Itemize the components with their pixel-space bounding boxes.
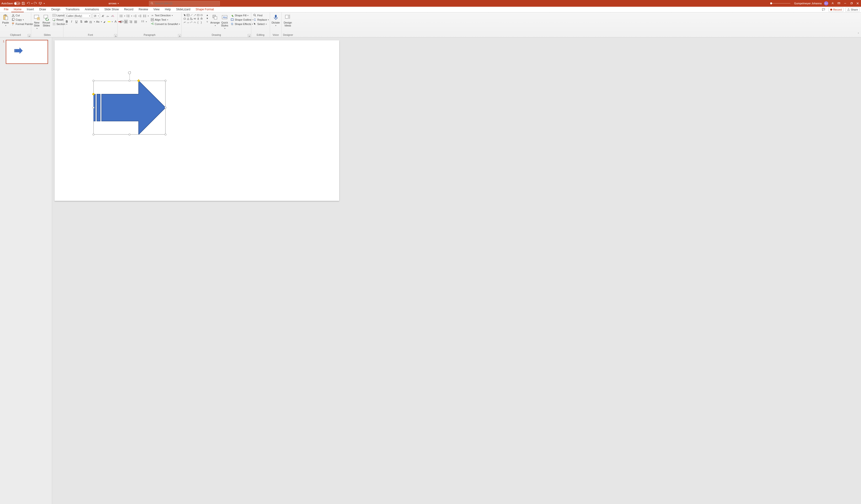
tab-review[interactable]: Review [136, 7, 150, 12]
ribbon-mode-slider[interactable] [771, 3, 790, 4]
tab-design[interactable]: Design [49, 7, 63, 12]
redo-icon[interactable] [34, 2, 37, 5]
find-button[interactable]: Find [253, 13, 263, 17]
shape-star-icon[interactable] [200, 17, 203, 21]
tab-transitions[interactable]: Transitions [63, 7, 82, 12]
shape-cursor-icon[interactable] [183, 13, 187, 17]
qat-customize-icon[interactable]: ▾ [44, 2, 45, 4]
arrange-button[interactable]: Arrange▾ [211, 13, 219, 27]
align-text-button[interactable]: Align Text▾ [150, 18, 180, 22]
search-box[interactable] [149, 1, 220, 6]
design-ideas-button[interactable]: ✦ Design Ideas [283, 13, 292, 27]
record-button[interactable]: Record [829, 8, 843, 12]
dictate-dropdown-icon[interactable]: ▾ [275, 25, 276, 27]
shape-freeform-icon[interactable] [183, 21, 187, 24]
resize-handle-top-right[interactable] [165, 80, 166, 82]
increase-indent-icon[interactable] [138, 14, 142, 18]
comments-icon[interactable] [820, 8, 826, 12]
text-direction-button[interactable]: ↕AText Direction▾ [150, 13, 180, 17]
resize-handle-middle-left[interactable] [93, 107, 94, 109]
tab-slidelizard[interactable]: SlideLizard [174, 7, 193, 12]
collapse-ribbon-icon[interactable]: ˄ [858, 32, 859, 36]
italic-icon[interactable]: I [70, 20, 73, 24]
resize-handle-top-left[interactable] [93, 80, 94, 82]
paste-button[interactable]: Paste ▾ [1, 13, 10, 27]
numbering-icon[interactable]: 123 [126, 14, 130, 18]
character-spacing-icon[interactable]: AV [89, 20, 93, 24]
user-avatar[interactable]: GJ [824, 1, 828, 5]
new-slide-button[interactable]: ✦ New Slide ▾ [33, 13, 41, 30]
drawing-dialog-launcher[interactable] [248, 34, 250, 37]
autosave-switch[interactable]: Off [14, 2, 20, 5]
shape-arc-icon[interactable] [190, 21, 193, 24]
text-direction-dropdown-icon[interactable]: ▾ [172, 14, 173, 17]
tab-view[interactable]: View [151, 7, 162, 12]
change-case-dropdown-icon[interactable]: ▾ [101, 21, 102, 23]
align-right-icon[interactable] [129, 20, 133, 24]
rotation-handle-icon[interactable] [128, 71, 131, 74]
gallery-scroll-down-icon[interactable]: ▾ [207, 17, 209, 20]
align-left-icon[interactable] [119, 20, 123, 24]
shape-arrow-down-icon[interactable] [196, 17, 200, 21]
resize-handle-top-middle[interactable] [128, 80, 131, 82]
paste-dropdown-icon[interactable]: ▾ [5, 25, 6, 27]
increase-font-icon[interactable]: A▴ [101, 14, 105, 18]
decrease-indent-icon[interactable] [133, 14, 137, 18]
quick-styles-button[interactable]: Abc Quick Styles▾ [220, 13, 229, 30]
undo-icon[interactable] [26, 2, 30, 5]
gallery-more-icon[interactable]: ▿ [207, 20, 209, 23]
justify-icon[interactable] [134, 20, 137, 24]
tab-draw[interactable]: Draw [37, 7, 48, 12]
present-from-beginning-icon[interactable] [39, 2, 42, 5]
bullets-icon[interactable] [119, 14, 123, 18]
shape-fill-dropdown-icon[interactable]: ▾ [247, 14, 248, 17]
undo-dropdown-icon[interactable]: ▾ [31, 2, 32, 4]
strikethrough-icon[interactable]: ab [84, 20, 88, 24]
close-icon[interactable] [856, 1, 860, 5]
shape-rounded-rect-icon[interactable] [183, 17, 187, 21]
numbering-dropdown-icon[interactable]: ▾ [131, 15, 132, 17]
new-slide-dropdown-icon[interactable]: ▾ [37, 27, 38, 29]
paragraph-dialog-launcher[interactable] [178, 34, 181, 37]
slide-1[interactable] [55, 40, 339, 201]
decrease-font-icon[interactable]: A▾ [106, 14, 110, 18]
coming-soon-icon[interactable] [831, 1, 835, 5]
reuse-slides-button[interactable]: Reuse Slides [42, 13, 51, 27]
shape-curve-icon[interactable] [193, 21, 196, 24]
select-dropdown-icon[interactable]: ▾ [266, 23, 266, 25]
gallery-scroll-up-icon[interactable]: ▴ [207, 13, 209, 17]
line-spacing-icon[interactable] [143, 14, 147, 18]
highlight-dropdown-icon[interactable]: ▾ [112, 21, 113, 23]
shape-oval-icon[interactable] [200, 13, 203, 17]
change-case-icon[interactable]: Aa [96, 20, 100, 24]
smartart-dropdown-icon[interactable]: ▾ [179, 23, 180, 25]
replace-dropdown-icon[interactable]: ▾ [268, 19, 269, 21]
copy-button[interactable]: Copy▾ [11, 18, 33, 22]
clipboard-dialog-launcher[interactable] [28, 34, 30, 37]
convert-smartart-button[interactable]: Convert to SmartArt▾ [150, 22, 180, 26]
font-dialog-launcher[interactable] [114, 34, 117, 37]
align-center-icon[interactable] [124, 20, 128, 24]
clear-formatting-icon[interactable]: A [110, 14, 114, 18]
slide-canvas-area[interactable] [52, 38, 861, 504]
tab-insert[interactable]: Insert [24, 7, 36, 12]
shape-effects-button[interactable]: Shape Effects▾ [230, 22, 254, 26]
shape-line-icon[interactable] [190, 13, 193, 17]
font-name-select[interactable]: Calibri (Body)▾ [65, 14, 91, 18]
tab-shape-format[interactable]: Shape Format [193, 7, 216, 12]
bold-icon[interactable]: B [65, 20, 69, 24]
align-text-dropdown-icon[interactable]: ▾ [167, 19, 168, 21]
save-icon[interactable] [22, 2, 25, 5]
tab-file[interactable]: File [1, 7, 11, 12]
striped-right-arrow-shape[interactable] [94, 81, 165, 135]
shape-triangle-icon[interactable] [187, 17, 190, 21]
columns-dropdown-icon[interactable]: ▾ [146, 21, 147, 23]
search-input[interactable] [155, 2, 218, 5]
format-painter-button[interactable]: Format Painter [11, 22, 33, 26]
autosave-toggle[interactable]: AutoSave Off [1, 2, 20, 5]
shape-fill-button[interactable]: Shape Fill▾ [230, 13, 254, 17]
resize-handle-middle-right[interactable] [165, 107, 166, 109]
shape-arrow-right-icon[interactable] [193, 17, 196, 21]
shape-rect-icon[interactable] [196, 13, 200, 17]
columns-icon[interactable] [141, 20, 145, 24]
